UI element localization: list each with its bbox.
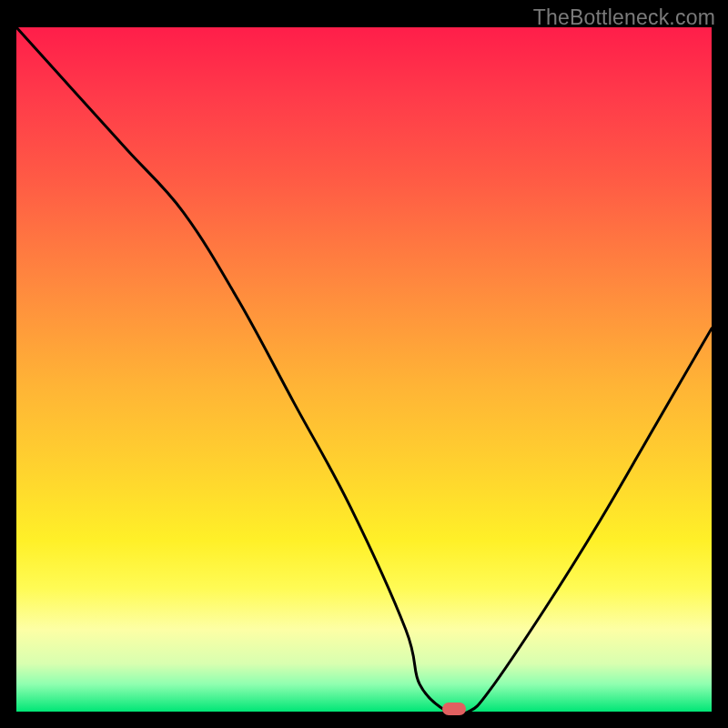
watermark-text: TheBottleneck.com [533,5,715,30]
optimal-marker [442,703,466,715]
plot-area [16,27,712,712]
curve-svg [16,27,712,712]
bottleneck-curve [16,27,712,712]
chart-container: TheBottleneck.com [0,0,728,728]
